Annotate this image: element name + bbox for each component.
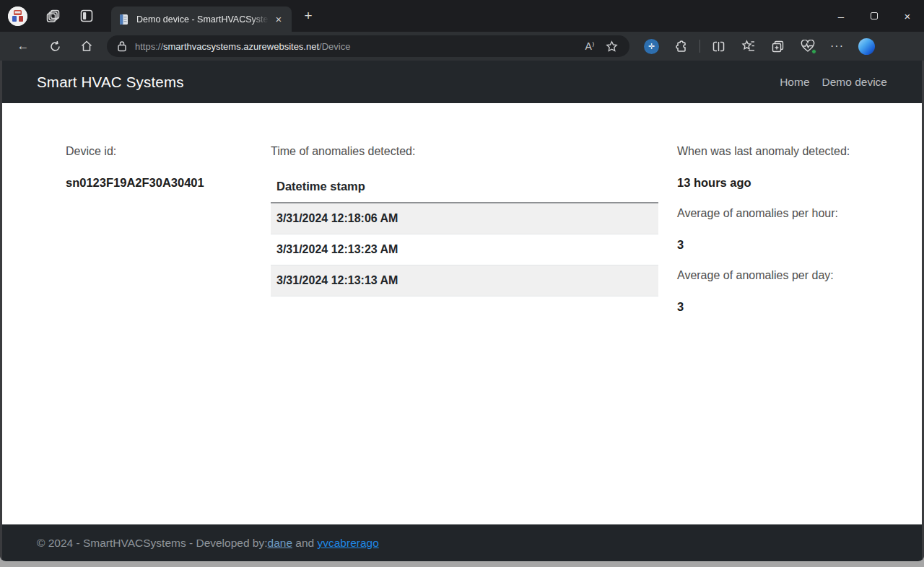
- anomaly-timestamp: 3/31/2024 12:13:13 AM: [271, 265, 658, 296]
- new-tab-button[interactable]: +: [297, 5, 319, 27]
- extension-badge-icon[interactable]: ✛: [637, 35, 666, 57]
- favorite-star-icon[interactable]: [601, 38, 622, 55]
- last-anomaly-label: When was last anomaly detected:: [677, 144, 886, 159]
- refresh-button[interactable]: [42, 35, 68, 57]
- tab-strip: Demo device - SmartHVACSystems × + – ×: [0, 0, 924, 32]
- avg-per-hour-label: Average of anomalies per hour:: [677, 206, 886, 221]
- avatar-robot-image: [8, 6, 27, 26]
- table-row: 3/31/2024 12:18:06 AM: [271, 203, 658, 234]
- maximize-button[interactable]: [858, 0, 891, 32]
- window-controls: – ×: [824, 0, 924, 32]
- browser-tab-demo-device[interactable]: Demo device - SmartHVACSystems ×: [111, 6, 292, 32]
- anomalies-section: Time of anomalies detected: Datetime sta…: [271, 144, 658, 524]
- anomalies-label: Time of anomalies detected:: [271, 144, 658, 159]
- settings-more-icon[interactable]: ···: [822, 35, 852, 57]
- nav-link-home[interactable]: Home: [780, 76, 809, 89]
- toolbar-right-icons: ✛: [637, 35, 881, 57]
- footer-link-yvcabrerago[interactable]: yvcabrerago: [318, 537, 379, 550]
- main-content: Device id: sn0123F19A2F30A30401 Time of …: [0, 103, 924, 524]
- footer-text: © 2024 - SmartHVACSystems - Developed by…: [37, 537, 268, 550]
- split-screen-icon[interactable]: [704, 35, 733, 57]
- site-brand[interactable]: Smart HVAC Systems: [37, 74, 184, 91]
- close-button[interactable]: ×: [891, 0, 924, 32]
- extensions-puzzle-icon[interactable]: [666, 35, 696, 57]
- back-button[interactable]: ←: [10, 35, 36, 57]
- anomaly-timestamp: 3/31/2024 12:18:06 AM: [271, 203, 658, 234]
- browser-toolbar: ← https://smarthvacsystems.azurewebsites…: [0, 32, 924, 61]
- avg-per-hour-value: 3: [677, 237, 886, 252]
- minimize-button[interactable]: –: [824, 0, 858, 32]
- profile-avatar[interactable]: [8, 6, 27, 26]
- favorites-hub-icon[interactable]: [733, 35, 763, 57]
- device-id-label: Device id:: [66, 144, 271, 159]
- maximize-icon: [871, 12, 878, 19]
- table-row: 3/31/2024 12:13:23 AM: [271, 234, 658, 265]
- url-scheme: https://: [135, 41, 163, 52]
- last-anomaly-value: 13 hours ago: [677, 175, 886, 190]
- tab-actions-icon[interactable]: [78, 7, 95, 25]
- address-bar[interactable]: https://smarthvacsystems.azurewebsites.n…: [107, 35, 629, 57]
- collections-icon[interactable]: [763, 35, 793, 57]
- anomalies-table-header: Datetime stamp: [271, 180, 658, 203]
- stats-section: When was last anomaly detected: 13 hours…: [677, 144, 922, 524]
- tab-favicon: [118, 14, 130, 25]
- url-path: /Device: [319, 41, 350, 52]
- anomalies-table: Datetime stamp 3/31/2024 12:18:06 AM 3/3…: [271, 180, 658, 296]
- health-status-dot: [811, 49, 816, 54]
- home-button[interactable]: [74, 35, 100, 57]
- url-text[interactable]: https://smarthvacsystems.azurewebsites.n…: [135, 41, 579, 52]
- footer-text-and: and: [292, 537, 317, 550]
- copilot-icon[interactable]: [852, 35, 881, 57]
- nav-links: Home Demo device: [780, 76, 887, 89]
- avg-per-day-label: Average of anomalies per day:: [677, 268, 886, 283]
- device-id-value: sn0123F19A2F30A30401: [66, 175, 271, 190]
- url-host: smarthvacsystems.azurewebsites.net: [163, 41, 319, 52]
- workspaces-icon[interactable]: [45, 7, 62, 25]
- device-id-section: Device id: sn0123F19A2F30A30401: [66, 144, 271, 524]
- nav-link-demo-device[interactable]: Demo device: [822, 76, 887, 89]
- anomaly-timestamp: 3/31/2024 12:13:23 AM: [271, 234, 658, 265]
- browser-essentials-icon[interactable]: [793, 35, 822, 57]
- lock-icon[interactable]: [117, 40, 127, 52]
- read-aloud-icon[interactable]: A⁾: [579, 38, 601, 55]
- toolbar-divider: [699, 40, 700, 53]
- table-row: 3/31/2024 12:13:13 AM: [271, 265, 658, 296]
- avg-per-day-value: 3: [677, 299, 886, 314]
- site-navbar: Smart HVAC Systems Home Demo device: [0, 61, 924, 103]
- site-footer: © 2024 - SmartHVACSystems - Developed by…: [0, 524, 924, 561]
- tab-close-icon[interactable]: ×: [271, 12, 286, 27]
- tab-title: Demo device - SmartHVACSystems: [136, 14, 271, 25]
- footer-link-dane[interactable]: dane: [268, 537, 292, 550]
- browser-window: Demo device - SmartHVACSystems × + – × ←: [0, 0, 924, 561]
